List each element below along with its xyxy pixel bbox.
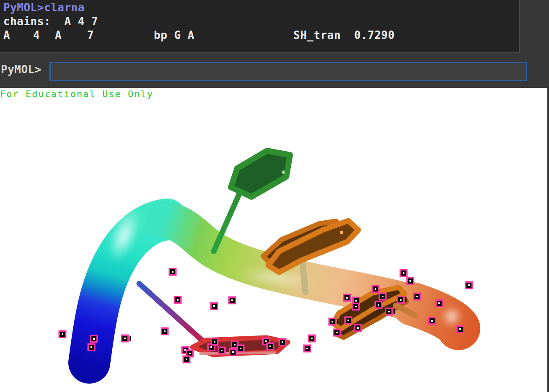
selection-marker[interactable] — [343, 294, 351, 302]
selection-marker[interactable] — [174, 296, 182, 304]
viewport-right-border — [547, 88, 549, 392]
pymol-window: { "console": { "line1": "PyMOL>clarna", … — [0, 0, 549, 392]
selection-marker[interactable] — [379, 293, 387, 301]
selection-marker[interactable] — [88, 343, 96, 351]
console-token: 4 — [33, 29, 40, 41]
command-prompt-row: PyMOL> — [0, 53, 549, 88]
selection-marker[interactable] — [354, 324, 362, 332]
console-token: SH_tran — [293, 29, 341, 41]
console-token: 7 — [87, 29, 94, 41]
selection-marker[interactable] — [413, 293, 421, 301]
base-green-specular — [282, 170, 285, 174]
selection-marker[interactable] — [211, 338, 219, 346]
selection-marker[interactable] — [218, 347, 226, 355]
selection-marker[interactable] — [161, 328, 169, 335]
selection-marker[interactable] — [428, 317, 436, 325]
selection-marker[interactable] — [407, 277, 414, 285]
selection-marker[interactable] — [59, 330, 67, 338]
highlight-red-cap — [442, 307, 462, 327]
selection-marker[interactable] — [352, 303, 360, 311]
selection-marker[interactable] — [183, 356, 191, 364]
selection-marker[interactable] — [210, 302, 218, 310]
console-chains-line: chains: A 4 7 — [3, 15, 98, 27]
selection-marker[interactable] — [229, 348, 237, 356]
selection-marker[interactable] — [375, 301, 383, 309]
base-red-underside — [200, 353, 275, 353]
console-command-echo: PyMOL>clarna — [3, 2, 85, 13]
selection-marker[interactable] — [121, 335, 131, 343]
selection-marker[interactable] — [344, 317, 352, 325]
selection-marker[interactable] — [228, 297, 236, 304]
selection-marker[interactable] — [333, 329, 341, 337]
molecule-scene — [0, 88, 547, 392]
console-token: A — [55, 29, 62, 41]
selection-marker[interactable] — [435, 299, 443, 307]
prompt-label: PyMOL> — [1, 63, 41, 76]
selection-marker[interactable] — [267, 343, 274, 351]
selection-marker[interactable] — [465, 281, 473, 289]
stick-purple — [139, 284, 208, 346]
command-input[interactable] — [49, 62, 527, 81]
stick-tan — [303, 264, 306, 292]
selection-marker[interactable] — [400, 269, 408, 277]
selection-marker[interactable] — [456, 325, 464, 333]
console-token: A — [3, 29, 10, 41]
selection-marker[interactable] — [308, 335, 316, 343]
selection-marker[interactable] — [372, 285, 380, 293]
selection-marker[interactable] — [237, 345, 245, 353]
console-output-panel: PyMOL>clarna chains: A 4 7 A4A7bp G ASH_… — [0, 0, 520, 53]
selection-marker[interactable] — [90, 335, 98, 343]
console-basepair-line: A4A7bp G ASH_tran0.7290 — [0, 29, 519, 41]
base-green-ring — [231, 151, 290, 197]
console-token: bp G A — [154, 29, 194, 41]
selection-marker[interactable] — [303, 345, 311, 353]
base-orange-specular — [340, 231, 343, 234]
console-token: 0.7290 — [354, 29, 395, 41]
selection-marker[interactable] — [169, 268, 177, 276]
selection-marker[interactable] — [279, 338, 287, 346]
viewport-3d[interactable]: For Educational Use Only — [0, 88, 547, 392]
